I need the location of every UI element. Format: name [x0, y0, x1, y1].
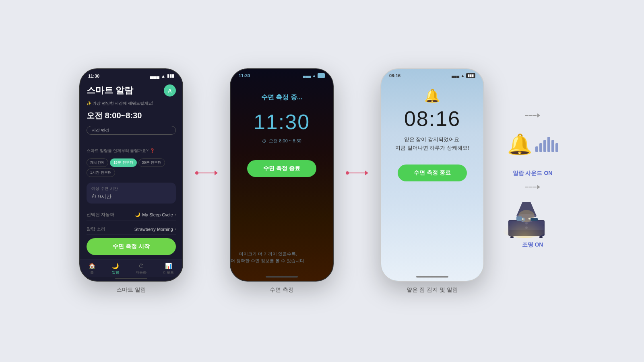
phone3-wrapper: 08:16 ▄▄▄ ▲ ▮▮▮ 🔔 08:16 얕은 잠이 감지되었어요.지금 … [380, 68, 484, 294]
sleep-time-box: 예상 수면 시간 ⏱ 9시간 [87, 183, 176, 204]
wake-message: 얕은 잠이 감지되었어요.지금 일어나면 하루가 상쾌해요! [387, 136, 477, 152]
alarm-sound-icon-area: 🔔 [500, 122, 565, 167]
subtitle-text: ✨ 가장 편안한 시간에 깨워드릴게요! [87, 101, 176, 106]
tag-30min[interactable]: 30분 전부터 [138, 158, 165, 167]
phone1-label: 스마트 알람 [116, 286, 146, 294]
clock-icon: ⏱ [262, 139, 266, 144]
svg-rect-6 [539, 236, 543, 238]
nav-automation-label: 자동화 [136, 270, 147, 275]
signal-icon: ▄▄▄ [150, 74, 159, 78]
dash6 [533, 187, 537, 187]
bell-emoji: 🔔 [424, 88, 440, 103]
arrow2 [346, 171, 368, 191]
alarm-sound-value-area[interactable]: Strawberry Morning › [134, 227, 176, 232]
nav-alarm-label: 알람 [112, 270, 119, 275]
sound-bar-6 [555, 143, 558, 152]
phone1-nav: 🏠 홈 🌙 알람 ⏱ 자동화 📊 리포트 [80, 259, 182, 277]
sound-bars [535, 137, 558, 152]
dash3 [533, 115, 537, 116]
right-panel: 🔔 알람 사운드 ON [500, 113, 565, 249]
tag-on-time[interactable]: 제시간에 [87, 158, 108, 167]
arrow1-dot [195, 171, 198, 175]
alarm-sound-label-text: 알람 사운드 ON [513, 170, 553, 177]
nav-report[interactable]: 📊 리포트 [163, 263, 174, 275]
wake-time: 08:16 [404, 107, 460, 131]
sound-bar-2 [539, 143, 542, 152]
alarm-title: 스마트 알람 [87, 84, 133, 97]
phone1-status-bar: 11:30 ▄▄▄ ▲ ▮▮▮ [80, 69, 182, 80]
phone2-screen: 11:30 ▄▄▄ ▲ ▮▮ 수면 측정 중... 11:30 ⏱ 오전 8:0… [231, 69, 333, 281]
phone1-time: 11:30 [88, 74, 99, 78]
avatar[interactable]: A [164, 84, 176, 97]
wifi-icon3: ▲ [461, 74, 464, 78]
phone1-mockup: 11:30 ▄▄▄ ▲ ▮▮▮ 스마트 알람 A ✨ 가장 편안한 시간에 깨워… [79, 68, 183, 282]
sleep-time-value: ⏱ 9시간 [91, 193, 171, 200]
lamp-icon-area [500, 194, 565, 238]
change-time-button[interactable]: 시간 변경 [87, 126, 176, 135]
battery-icon3: ▮▮▮ [466, 73, 475, 78]
when-label: 스마트 알람을 언제부터 울릴까요? ❓ [87, 148, 176, 154]
arrow2-head [365, 171, 368, 175]
time-range: 오전 8:00~8:30 [87, 110, 176, 121]
battery-icon: ▮▮▮ [167, 73, 174, 78]
home-nav-icon: 🏠 [89, 263, 95, 269]
end-sleep-button[interactable]: 수면 측정 종료 [398, 165, 467, 181]
arrow2-dot [346, 171, 349, 175]
divider1 [87, 143, 176, 143]
wifi-icon: ▲ [161, 74, 165, 78]
phone3-label: 얕은 잠 감지 및 알람 [407, 286, 458, 294]
bell-3d-icon: 🔔 [507, 133, 532, 156]
sound-bar-4 [547, 137, 550, 152]
end-tracking-button[interactable]: 수면 측정 종료 [247, 160, 316, 177]
sound-bar-5 [551, 140, 554, 152]
alarm-sound-label: 알람 소리 [87, 226, 105, 232]
nav-alarm[interactable]: 🌙 알람 [112, 263, 119, 275]
dash4 [525, 187, 528, 187]
main-container: 11:30 ▄▄▄ ▲ ▮▮▮ 스마트 알람 A ✨ 가장 편안한 시간에 깨워… [0, 0, 644, 362]
phone2-content: 수면 측정 중... 11:30 ⏱ 오전 8:00 ~ 8:30 수면 측정 … [231, 69, 333, 281]
automation-label: 선택된 자동화 [87, 212, 114, 218]
sound-bar-3 [543, 140, 546, 152]
tracking-label: 수면 측정 중... [261, 93, 302, 102]
alarm-sound-row: 알람 소리 Strawberry Morning › [87, 224, 176, 235]
lamp-label-text: 조명 ON [522, 241, 543, 249]
start-sleep-button[interactable]: 수면 측정 시작 [87, 238, 176, 255]
phone3-status-bar: 08:16 ▄▄▄ ▲ ▮▮▮ [381, 69, 483, 80]
arrow1-head [215, 171, 218, 175]
dashed-arrow-head1 [537, 113, 540, 117]
phone3-status-icons: ▄▄▄ ▲ ▮▮▮ [452, 73, 475, 78]
dashed-arrow1 [525, 113, 540, 117]
arrow2-line [346, 171, 368, 175]
big-time: 11:30 [254, 110, 310, 134]
automation-row: 선택된 자동화 🌙 My Sleep Cycle › [87, 209, 176, 220]
phone1-status-icons: ▄▄▄ ▲ ▮▮▮ [150, 73, 174, 78]
dashed-arrow2 [525, 185, 540, 189]
arrow1-line [195, 171, 218, 175]
automation-value: My Sleep Cycle [142, 212, 173, 217]
phone3-screen: 08:16 ▄▄▄ ▲ ▮▮▮ 🔔 08:16 얕은 잠이 감지되었어요.지금 … [381, 69, 483, 281]
sleep-time-range: 오전 8:00 ~ 8:30 [269, 138, 301, 144]
nav-automation[interactable]: ⏱ 자동화 [136, 263, 147, 275]
nav-home-label: 홈 [90, 270, 94, 275]
tag-15min[interactable]: 15분 전부터 [110, 158, 137, 167]
tag-1hour[interactable]: 1시간 전부터 [87, 169, 115, 177]
phone3-content: 🔔 08:16 얕은 잠이 감지되었어요.지금 일어나면 하루가 상쾌해요! 수… [381, 80, 483, 281]
phone3-mockup: 08:16 ▄▄▄ ▲ ▮▮▮ 🔔 08:16 얕은 잠이 감지되었어요.지금 … [380, 68, 484, 282]
report-nav-icon: 📊 [165, 263, 172, 269]
arrow1 [195, 171, 218, 191]
alarm-sound-feature: 🔔 알람 사운드 ON [500, 113, 565, 177]
phone1-wrapper: 11:30 ▄▄▄ ▲ ▮▮▮ 스마트 알람 A ✨ 가장 편안한 시간에 깨워… [79, 68, 183, 294]
phone2-wrapper: 11:30 ▄▄▄ ▲ ▮▮ 수면 측정 중... 11:30 ⏱ 오전 8:0… [230, 68, 334, 294]
alarm-sound-value: Strawberry Morning [134, 227, 173, 232]
lamp-glow [500, 218, 549, 238]
dash1 [525, 115, 528, 116]
dash2 [529, 115, 533, 116]
sleep-time-label: 예상 수면 시간 [91, 186, 171, 191]
automation-value-area[interactable]: 🌙 My Sleep Cycle › [135, 212, 176, 217]
phone2-mockup: 11:30 ▄▄▄ ▲ ▮▮ 수면 측정 중... 11:30 ⏱ 오전 8:0… [230, 68, 334, 282]
nav-home[interactable]: 🏠 홈 [89, 263, 95, 275]
sound-bar-1 [535, 146, 538, 152]
moon-icon: 🌙 [135, 212, 140, 217]
tag-row: 제시간에 15분 전부터 30분 전부터 1시간 전부터 [87, 158, 176, 177]
phone1-content: 스마트 알람 A ✨ 가장 편안한 시간에 깨워드릴게요! 오전 8:00~8:… [80, 80, 182, 259]
